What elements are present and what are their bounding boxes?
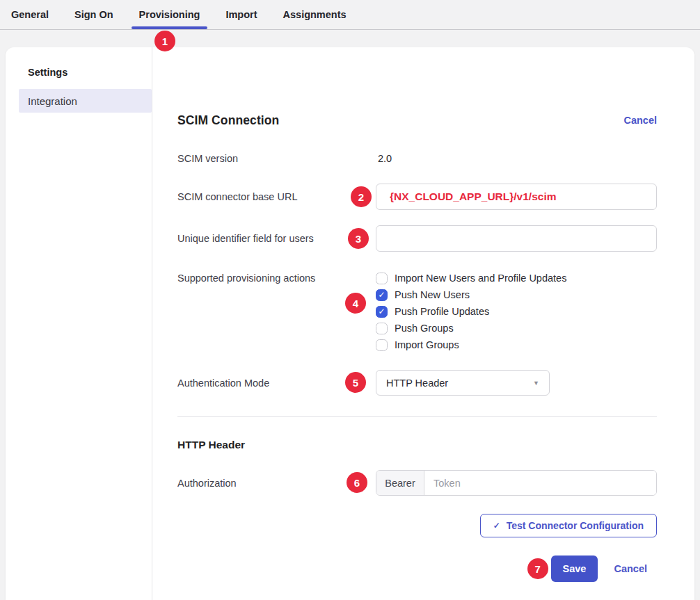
checkbox-import-new-users[interactable]: ✓ <box>376 273 388 284</box>
checkbox-row-push-profile-updates[interactable]: ✓ Push Profile Updates <box>376 303 566 320</box>
provisioning-actions-row: Supported provisioning actions 4 ✓ Impor… <box>177 270 657 353</box>
tab-bar: General Sign On Provisioning Import Assi… <box>0 0 700 30</box>
checkbox-label: Push Profile Updates <box>395 306 489 317</box>
scim-version-value: 2.0 <box>376 153 392 164</box>
content-card: Settings Integration SCIM Connection Can… <box>6 47 694 600</box>
tab-sign-on[interactable]: Sign On <box>74 0 113 29</box>
check-icon: ✓ <box>378 307 385 316</box>
annotation-badge-7: 7 <box>527 558 548 579</box>
save-row: 7 Save Cancel <box>177 556 657 582</box>
http-header-section-title: HTTP Header <box>177 438 657 452</box>
section-divider <box>177 416 657 417</box>
auth-mode-select[interactable]: HTTP Header ▼ <box>376 370 550 396</box>
annotation-badge-2: 2 <box>351 186 372 207</box>
check-icon: ✓ <box>378 291 385 299</box>
page-title: SCIM Connection <box>177 113 279 128</box>
checkbox-label: Push Groups <box>395 323 454 334</box>
provisioning-actions-label: Supported provisioning actions <box>177 270 376 285</box>
sidebar-heading: Settings <box>28 65 152 79</box>
sidebar-item-integration[interactable]: Integration <box>19 89 152 113</box>
auth-mode-row: Authentication Mode 5 HTTP Header ▼ <box>177 370 657 396</box>
chevron-down-icon: ▼ <box>533 380 539 387</box>
tab-import[interactable]: Import <box>225 0 257 29</box>
auth-mode-selected-value: HTTP Header <box>386 378 448 389</box>
cancel-link-bottom[interactable]: Cancel <box>614 563 647 574</box>
provisioning-actions-list: ✓ Import New Users and Profile Updates ✓… <box>376 270 566 353</box>
base-url-row: SCIM connector base URL 2 <box>177 184 657 210</box>
check-icon: ✓ <box>493 521 500 530</box>
annotation-badge-3: 3 <box>348 228 369 249</box>
test-connector-row: ✓ Test Connector Configuration <box>177 514 657 537</box>
checkbox-label: Push New Users <box>395 289 470 300</box>
annotation-badge-6: 6 <box>347 472 367 493</box>
checkbox-push-new-users[interactable]: ✓ <box>376 289 388 301</box>
save-button[interactable]: Save <box>551 556 598 582</box>
annotation-badge-1: 1 <box>154 31 175 51</box>
annotation-badge-5: 5 <box>345 372 366 393</box>
unique-identifier-row: Unique identifier field for users 3 <box>177 225 657 252</box>
checkbox-row-push-groups[interactable]: ✓ Push Groups <box>376 320 566 337</box>
checkbox-label: Import New Users and Profile Updates <box>395 273 566 284</box>
checkbox-row-push-new-users[interactable]: ✓ Push New Users <box>376 286 566 303</box>
tab-assignments[interactable]: Assignments <box>283 0 347 29</box>
form-header: SCIM Connection Cancel <box>177 113 657 128</box>
authorization-input-group: Bearer <box>376 470 657 496</box>
checkbox-push-profile-updates[interactable]: ✓ <box>376 306 388 318</box>
checkbox-push-groups[interactable]: ✓ <box>376 323 388 334</box>
test-connector-label: Test Connector Configuration <box>507 520 644 531</box>
base-url-input[interactable] <box>376 184 657 210</box>
unique-identifier-label: Unique identifier field for users <box>177 232 376 245</box>
token-input[interactable] <box>424 471 656 495</box>
test-connector-button[interactable]: ✓ Test Connector Configuration <box>480 514 657 537</box>
cancel-link-top[interactable]: Cancel <box>623 115 657 126</box>
unique-identifier-input[interactable] <box>376 225 657 252</box>
checkbox-import-groups[interactable]: ✓ <box>376 339 388 351</box>
tab-provisioning[interactable]: Provisioning <box>139 0 200 29</box>
main-panel: SCIM Connection Cancel SCIM version 2.0 … <box>152 47 694 600</box>
tab-general[interactable]: General <box>11 0 49 29</box>
checkbox-label: Import Groups <box>395 339 459 350</box>
base-url-label: SCIM connector base URL <box>177 190 376 204</box>
annotation-badge-4: 4 <box>345 293 366 314</box>
checkbox-row-import-new-users[interactable]: ✓ Import New Users and Profile Updates <box>376 270 566 286</box>
bearer-prefix: Bearer <box>376 471 424 495</box>
scim-version-label: SCIM version <box>177 152 376 165</box>
checkbox-row-import-groups[interactable]: ✓ Import Groups <box>376 337 566 353</box>
scim-version-row: SCIM version 2.0 <box>177 152 657 165</box>
authorization-row: Authorization 6 Bearer <box>177 470 657 496</box>
sidebar: Settings Integration <box>6 47 152 600</box>
